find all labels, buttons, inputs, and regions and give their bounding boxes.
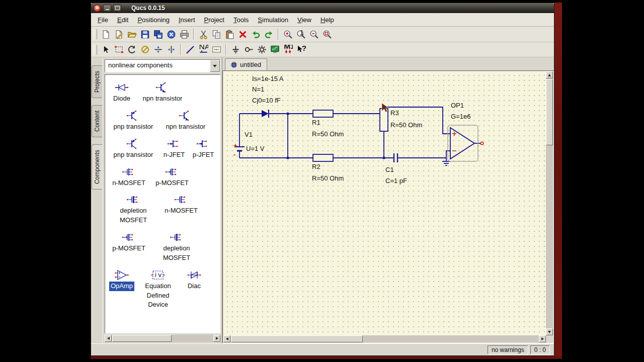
redo-button[interactable] <box>262 28 275 41</box>
document-area: untitled <box>222 57 554 343</box>
menu-insert[interactable]: Insert <box>174 15 200 25</box>
sidebar-tab-projects[interactable]: Projects <box>92 65 102 98</box>
component-n-mosfet[interactable]: n-MOSFET <box>159 193 203 225</box>
save-all-documents-button[interactable] <box>151 28 165 41</box>
scroll-right-button[interactable] <box>213 335 220 342</box>
scroll-down-button[interactable] <box>546 328 553 335</box>
scroll-up-button[interactable] <box>546 71 553 78</box>
delete-button[interactable] <box>236 28 249 41</box>
set-marker-button[interactable]: M1 <box>281 43 294 56</box>
zoom-in-button[interactable] <box>281 28 294 41</box>
toolbar1-handle[interactable] <box>94 29 97 39</box>
component-pnp-transistor[interactable]: pnp transistor <box>107 137 159 160</box>
component-diode[interactable]: Diode <box>107 81 136 104</box>
sidebar-tab-components[interactable]: Components <box>92 144 102 190</box>
menu-view[interactable]: View <box>293 15 316 25</box>
canvas-hscrollbar[interactable] <box>223 335 546 342</box>
r2-symbol[interactable] <box>313 154 333 161</box>
component-label: npn transistor <box>166 122 206 132</box>
undo-button[interactable] <box>249 28 262 41</box>
insert-wire-label-button[interactable]: NAML <box>197 43 210 56</box>
minimize-button[interactable] <box>103 5 111 12</box>
mirror-y-icon <box>167 45 176 54</box>
menu-help[interactable]: Help <box>316 15 339 25</box>
scroll-right-button[interactable] <box>539 335 546 342</box>
menu-simulation[interactable]: Simulation <box>253 15 293 25</box>
canvas-vscrollbar[interactable] <box>546 71 553 335</box>
paste-button[interactable] <box>223 28 236 41</box>
component-n-jfet[interactable]: n-JFET <box>159 137 189 160</box>
close-button[interactable]: ✕ <box>94 5 101 12</box>
component-npn-transistor[interactable]: npn transistor <box>136 81 189 104</box>
marker-icon: M1 <box>283 45 293 54</box>
component-opamp[interactable]: OpAmp <box>107 268 136 310</box>
component-category-dropdown-button[interactable] <box>210 60 220 72</box>
component-depletion-mosfet[interactable]: depletionMOSFET <box>107 193 159 225</box>
close-document-button[interactable] <box>165 28 178 41</box>
svg-text:i v: i v <box>155 270 162 278</box>
menu-edit[interactable]: Edit <box>113 15 133 25</box>
insert-wire-button[interactable] <box>184 43 197 56</box>
r1-symbol[interactable] <box>313 110 333 117</box>
scroll-left-button[interactable] <box>105 335 112 342</box>
data-display-icon <box>270 45 280 54</box>
mirror-about-y-button[interactable] <box>165 43 178 56</box>
insert-equation-button[interactable] <box>210 43 223 56</box>
view-data-display-button[interactable] <box>268 43 281 56</box>
save-document-button[interactable] <box>138 28 151 41</box>
toolbar2-handle[interactable] <box>94 45 97 55</box>
sidebar-tab-content[interactable]: Content <box>92 105 102 137</box>
component-category-value: nonlinear components <box>105 60 210 72</box>
diode-symbol[interactable] <box>262 110 269 118</box>
ground-symbol[interactable] <box>442 158 450 165</box>
tab-untitled[interactable]: untitled <box>225 58 267 70</box>
op1-symbol[interactable] <box>448 125 478 161</box>
component-npn-transistor[interactable]: npn transistor <box>159 109 212 132</box>
whats-this-help-button[interactable]: ? <box>294 43 307 56</box>
zoom-out-button[interactable] <box>307 28 320 41</box>
desktop-background-right <box>554 3 562 359</box>
c1-symbol[interactable] <box>394 153 397 162</box>
hscroll-thumb[interactable] <box>231 335 363 342</box>
new-text-document-button[interactable] <box>112 28 125 41</box>
component-n-mosfet[interactable]: n-MOSFET <box>107 165 150 188</box>
menu-file[interactable]: File <box>93 15 113 25</box>
menu-project[interactable]: Project <box>200 15 229 25</box>
rotate-component-button[interactable] <box>125 43 138 56</box>
component-p-jfet[interactable]: p-JFET <box>189 137 218 160</box>
component-category-select[interactable]: nonlinear components <box>105 59 220 72</box>
simulate-button[interactable] <box>255 43 268 56</box>
toolbar-separator <box>180 44 181 55</box>
zoom-fit-button[interactable] <box>320 28 334 41</box>
component-p-mosfet[interactable]: p-MOSFET <box>107 231 150 263</box>
toolbar-edit: NAMLM1? <box>91 42 554 57</box>
component-depletion-mosfet[interactable]: depletionMOSFET <box>150 231 203 263</box>
hscroll-thumb[interactable] <box>112 335 172 342</box>
print-button[interactable] <box>178 28 191 41</box>
deactivate-component-button[interactable] <box>138 43 151 56</box>
insert-port-button[interactable] <box>242 43 255 56</box>
zoom-reset-button[interactable]: 1 <box>294 28 307 41</box>
new-document-button[interactable] <box>99 28 112 41</box>
r1-value: R=50 Ohm <box>312 130 344 138</box>
schematic-canvas[interactable]: Is=1e-15 A N=1 Cj0=10 fF + - V1 U=1 V R1… <box>223 71 546 335</box>
component-list-hscrollbar[interactable] <box>105 335 220 342</box>
menu-tools[interactable]: Tools <box>229 15 253 25</box>
insert-ground-button[interactable] <box>229 43 242 56</box>
r3-symbol[interactable] <box>380 109 388 131</box>
cut-button[interactable] <box>197 28 210 41</box>
titlebar[interactable]: ✕ Qucs 0.0.15 <box>91 3 554 13</box>
edit-component-properties-button[interactable] <box>112 43 125 56</box>
maximize-button[interactable] <box>113 5 121 12</box>
component-equation-defined-device[interactable]: i vEquationDefinedDevice <box>136 268 180 310</box>
vscroll-thumb[interactable] <box>546 79 553 145</box>
component-diac[interactable]: Diac <box>180 268 209 310</box>
mirror-about-x-button[interactable] <box>151 43 165 56</box>
component-pnp-transistor[interactable]: pnp transistor <box>107 109 159 132</box>
scroll-left-button[interactable] <box>223 335 230 342</box>
select-pointer-button[interactable] <box>99 43 112 56</box>
open-document-button[interactable] <box>125 28 138 41</box>
component-p-mosfet[interactable]: p-MOSFET <box>150 165 194 188</box>
copy-button[interactable] <box>210 28 223 41</box>
menu-positioning[interactable]: Positioning <box>133 15 174 25</box>
